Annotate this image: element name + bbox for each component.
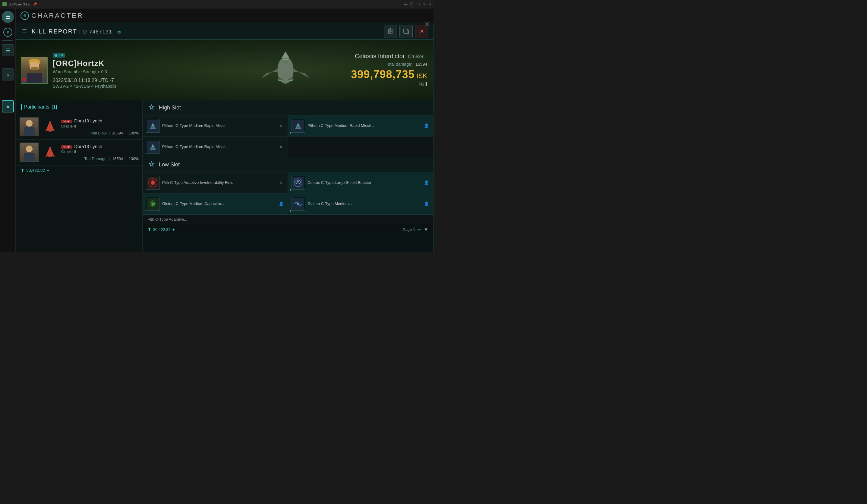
module-action-l2[interactable]: 👤 xyxy=(422,179,430,186)
module-cell-h4 xyxy=(288,136,433,157)
kill-time: 2022/08/18 11:18:29 UTC -7 xyxy=(53,78,343,83)
participants-title: Participants xyxy=(24,104,50,110)
module-action-l4[interactable]: 👤 xyxy=(422,200,430,207)
module-action-l1[interactable]: ✕ xyxy=(277,179,285,186)
participant-name-text-1: Dora13 Lynch xyxy=(74,118,102,123)
victim-avatar: - xyxy=(21,57,48,84)
char-header-title: CHARACTER xyxy=(31,12,84,20)
low-slot-grid: 1 Pith C-Type Adaptive Invulnerability F… xyxy=(142,172,433,214)
low-slot-header: Low Slot xyxy=(142,157,433,172)
bottom-right: Page 1 ✏ ▼ xyxy=(403,227,428,233)
participant-stats-1: Final Blow | 16594 | 100% xyxy=(61,131,139,135)
participant-face-1 xyxy=(20,118,38,136)
module-icon-wrapper-l2 xyxy=(291,176,305,190)
victim-warp-scramble: Warp Scramble Strength: 0.0 xyxy=(53,69,343,74)
char-header: ⊕ CHARACTER xyxy=(16,9,434,23)
close-btn[interactable]: ✕ xyxy=(423,2,426,6)
participants-count: [1] xyxy=(52,104,57,110)
victim-beard xyxy=(31,67,38,70)
module-cell-h2: 1 Pithum C-Type Medium Rapid Missil... 👤 xyxy=(288,115,433,136)
ship-name-value: Celestis Interdictor Cruiser · xyxy=(343,53,427,60)
ship-dot: · xyxy=(426,54,427,59)
maximize-btn[interactable]: ❐ xyxy=(410,2,414,6)
participant-ship-1: Oracle II xyxy=(61,124,139,128)
svg-point-26 xyxy=(152,145,154,147)
dead-label-2: DEAD xyxy=(61,145,72,149)
participant-ship-icon-2 xyxy=(42,144,58,160)
module-icon-wrapper-l1 xyxy=(146,176,160,190)
title-pin: 📌 xyxy=(33,2,37,6)
low-slot-icon xyxy=(147,160,156,169)
more-btn[interactable]: » xyxy=(429,2,431,6)
module-name-l4: Gistum C-Type Medium... xyxy=(308,201,420,206)
participant-avatar-2 xyxy=(20,142,39,162)
svg-point-23 xyxy=(297,124,299,126)
module-icon-wrapper-l3 xyxy=(146,197,160,211)
module-name-h2: Pithum C-Type Medium Rapid Missil... xyxy=(308,123,420,128)
app-icon xyxy=(2,2,7,6)
left-sidebar: ☰ ⊕ ☰ ⚔ ★ xyxy=(0,9,16,252)
bottom-edit-btn[interactable]: ✏ xyxy=(418,227,421,232)
module-qty-h3: 1 xyxy=(144,152,146,156)
svg-rect-19 xyxy=(151,126,154,128)
module-qty-l1: 1 xyxy=(144,188,146,192)
module-icon-wrapper-h3 xyxy=(146,140,160,154)
module-action-l3[interactable]: 👤 xyxy=(277,200,285,207)
participant-avatar-1 xyxy=(20,117,39,136)
participant-pct-1: 100% xyxy=(129,131,139,135)
sidebar-sword-btn[interactable]: ⚔ xyxy=(2,68,14,81)
svg-point-20 xyxy=(152,124,154,126)
module-action-h3[interactable]: ✕ xyxy=(277,143,285,150)
participants-bar xyxy=(21,104,22,110)
bottom-filter-btn[interactable]: ▼ xyxy=(424,227,428,233)
balance-plus: + xyxy=(47,168,49,173)
sidebar-menu-btn[interactable]: ☰ xyxy=(2,11,14,23)
export-btn[interactable] xyxy=(399,25,413,38)
partial-section-text: Pith C-Type Adaptive... xyxy=(147,217,187,222)
module-cell-l3: 1 Gistum C-Type Medium Capacitor... xyxy=(142,193,288,214)
sidebar-char-icon: ⊕ xyxy=(3,28,12,37)
svg-rect-25 xyxy=(151,147,154,149)
victim-dead-badge: - xyxy=(23,78,26,82)
clipboard-btn[interactable] xyxy=(384,25,397,38)
high-slot-grid: 1 Pithum C-Type Medium Rapid Missil... ✕ xyxy=(142,115,433,157)
module-name-h1: Pithum C-Type Medium Rapid Missil... xyxy=(162,123,275,128)
module-action-h2[interactable]: 👤 xyxy=(422,122,430,129)
participant-ship-icon-1 xyxy=(42,118,58,135)
kill-content: Participants [1] xyxy=(16,100,433,252)
svg-point-38 xyxy=(297,203,299,205)
sidebar-spacer xyxy=(8,59,8,66)
modal-menu-btn[interactable]: ☰ xyxy=(21,27,28,36)
game-area: ☰ ⊕ ☰ ⚔ ★ ⊕ CHARACTER ✕ ✕ ☰ KILL REPORT … xyxy=(0,9,434,252)
restore-btn[interactable]: ▭ xyxy=(417,2,420,6)
victim-face: - xyxy=(21,57,47,83)
module-icon-wrapper-h1 xyxy=(146,119,160,133)
victim-body xyxy=(27,73,42,83)
low-slot-title: Low Slot xyxy=(159,162,180,168)
kill-report-modal: ☰ KILL REPORT [ID:7487131] ⧉ xyxy=(16,23,434,252)
copy-id-btn[interactable]: ⧉ xyxy=(118,30,121,34)
module-qty-h2: 1 xyxy=(289,131,291,135)
participants-panel: Participants [1] xyxy=(16,100,142,252)
game-close-btn[interactable]: ✕ xyxy=(425,21,430,28)
high-slot-title: High Slot xyxy=(159,105,181,111)
participant-name-1: DEAD Dora13 Lynch xyxy=(61,118,139,123)
balance-arrow-icon: ⬆ xyxy=(147,227,151,233)
balance-row: ⬆ 30,422.82 + xyxy=(16,165,142,175)
module-name-h3: Pithum C-Type Medium Rapid Missil... xyxy=(162,144,275,150)
titlebar-left: LDPlayer 3.125 📌 xyxy=(2,2,37,6)
sidebar-star-btn[interactable]: ★ xyxy=(2,100,14,112)
sidebar-menu-lines[interactable]: ☰ xyxy=(2,44,14,56)
participant-info-1: DEAD Dora13 Lynch Oracle II Final Blow |… xyxy=(61,118,139,135)
module-action-h1[interactable]: ✕ xyxy=(277,122,285,129)
balance-icon: ⬆ xyxy=(21,168,24,173)
victim-name: [ORC]HortzK xyxy=(53,59,343,68)
kill-type-badge: ◉ Kill xyxy=(53,53,65,57)
module-name-l2: Centus C-Type Large Shield Booster xyxy=(308,180,420,185)
module-cell-h1: 1 Pithum C-Type Medium Rapid Missil... ✕ xyxy=(142,115,288,136)
dead-label-1: DEAD xyxy=(61,120,72,123)
bottom-page: Page 1 xyxy=(403,227,415,232)
isk-value: 399,798,735 xyxy=(351,68,415,81)
final-blow-label: Final Blow xyxy=(88,131,106,135)
minimize-btn[interactable]: — xyxy=(404,2,407,6)
